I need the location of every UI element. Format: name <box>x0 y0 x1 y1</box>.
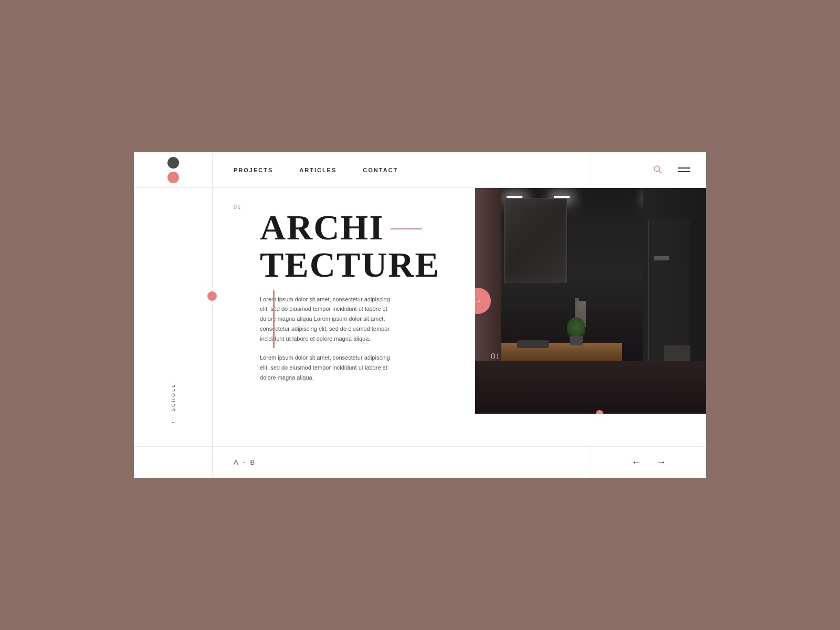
logo-dot-dark <box>167 157 179 169</box>
plant <box>567 317 585 345</box>
main-title: ARCHI TECTURE <box>260 209 433 284</box>
scroll-text: SCROLL <box>171 383 176 412</box>
title-accent-line <box>391 228 422 229</box>
description-area: Lorem ipsum dolor sit amet, consectetur … <box>260 295 396 383</box>
toilet-tank <box>664 345 690 361</box>
sink <box>517 340 549 348</box>
search-icon[interactable] <box>653 164 662 176</box>
bathroom-floor <box>475 361 706 414</box>
svg-line-1 <box>659 171 661 173</box>
title-area: ARCHI TECTURE <box>260 209 433 284</box>
center-content: 01 ARCHI TECTURE Lorem ipsum dolor sit a… <box>213 188 454 446</box>
pink-vertical-bar <box>273 290 275 348</box>
title-line-1: ARCHI <box>260 209 433 246</box>
hamburger-line <box>678 171 690 172</box>
description-text-2: Lorem ipsum dolor sit amet, consectetur … <box>260 353 396 382</box>
right-image-area: 01 → <box>454 188 706 446</box>
website-frame: PROJECTS ARTICLES CONTACT SCROLL ↓ <box>134 152 706 478</box>
ab-label: A - B <box>234 458 256 466</box>
bottom-left <box>134 447 213 478</box>
nav-contact[interactable]: CONTACT <box>363 167 398 173</box>
bathroom-scene: 01 <box>475 188 706 414</box>
hamburger-icon[interactable] <box>678 167 690 172</box>
header: PROJECTS ARTICLES CONTACT <box>134 152 706 188</box>
hamburger-line <box>678 167 690 169</box>
scroll-label-area: SCROLL ↓ <box>171 383 176 425</box>
prev-arrow-button[interactable]: ← <box>632 457 641 468</box>
sidebar-dot-pink <box>207 291 217 301</box>
bathroom-image: 01 → <box>475 188 706 414</box>
plant-leaves <box>567 317 585 337</box>
mirror-area <box>504 198 567 282</box>
bottom-right: ← → <box>591 447 706 478</box>
image-bottom-dot <box>596 410 603 414</box>
main-nav: PROJECTS ARTICLES CONTACT <box>213 167 591 173</box>
scroll-arrow-icon: ↓ <box>171 417 175 425</box>
bottom-center: A - B <box>213 447 591 478</box>
svg-point-0 <box>654 166 660 172</box>
nav-articles[interactable]: ARTICLES <box>299 167 337 173</box>
logo-dot-pink <box>167 172 179 183</box>
shower-head <box>654 256 669 260</box>
ceiling-light <box>554 196 570 198</box>
image-number: 01 <box>491 352 500 361</box>
header-right <box>591 152 706 187</box>
bottom-bar: A - B ← → <box>134 446 706 478</box>
next-arrow-button[interactable]: → <box>657 457 666 468</box>
slide-number: 01 <box>234 204 241 210</box>
logo-area <box>134 152 213 187</box>
title-line-2: TECTURE <box>260 246 433 284</box>
main-content: SCROLL ↓ 01 ARCHI TECTURE Lorem ipsum do… <box>134 188 706 446</box>
plant-pot <box>570 336 583 345</box>
left-sidebar: SCROLL ↓ <box>134 188 213 446</box>
ceiling-light <box>507 196 522 198</box>
next-arrow-icon: → <box>475 296 482 307</box>
shower-area <box>648 219 690 366</box>
description-text-1: Lorem ipsum dolor sit amet, consectetur … <box>260 295 396 343</box>
nav-projects[interactable]: PROJECTS <box>234 167 273 173</box>
